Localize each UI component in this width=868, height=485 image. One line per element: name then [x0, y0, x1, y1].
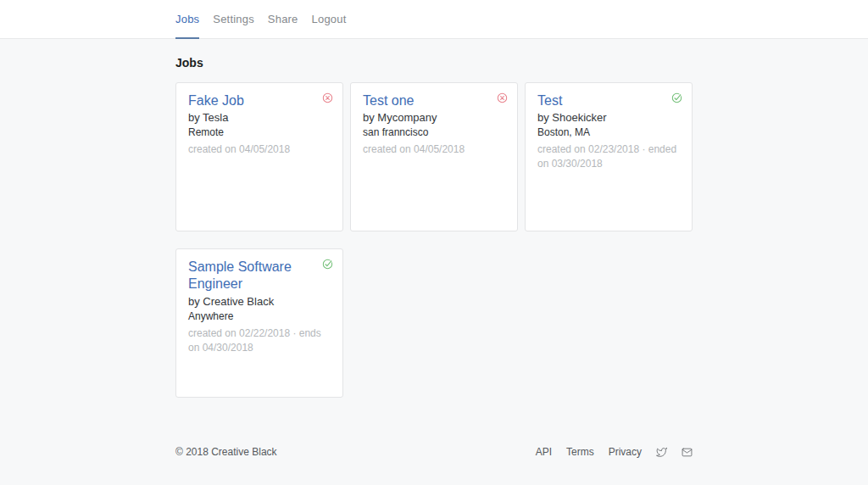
- job-card: Test by Shoekicker Boston, MA created on…: [525, 82, 693, 231]
- job-title-link[interactable]: Sample Software Engineer: [188, 259, 331, 293]
- circle-check-icon[interactable]: [322, 259, 333, 270]
- job-card-grid: Fake Job by Tesla Remote created on 04/0…: [175, 82, 693, 398]
- main-content: Jobs Fake Job by Tesla Remote created on…: [175, 39, 693, 398]
- top-nav: Jobs Settings Share Logout: [175, 0, 693, 38]
- job-company: by Shoekicker: [537, 111, 680, 124]
- job-company: by Tesla: [188, 111, 331, 124]
- circle-x-icon[interactable]: [497, 92, 508, 103]
- job-card: Sample Software Engineer by Creative Bla…: [175, 248, 343, 398]
- footer-link-terms[interactable]: Terms: [566, 446, 594, 458]
- footer-link-privacy[interactable]: Privacy: [609, 446, 642, 458]
- email-icon[interactable]: [682, 447, 693, 458]
- job-title-link[interactable]: Test one: [363, 92, 505, 109]
- top-nav-bar: Jobs Settings Share Logout: [0, 0, 868, 39]
- job-location: Boston, MA: [537, 126, 680, 138]
- job-location: Anywhere: [188, 310, 331, 322]
- twitter-icon[interactable]: [656, 447, 667, 458]
- footer-link-api[interactable]: API: [536, 446, 552, 458]
- job-company: by Mycompany: [363, 111, 505, 124]
- circle-check-icon[interactable]: [671, 92, 682, 103]
- job-company: by Creative Black: [188, 295, 331, 308]
- job-title-link[interactable]: Test: [537, 92, 680, 109]
- job-dates: created on 02/22/2018 · ends on 04/30/20…: [188, 326, 331, 355]
- job-location: san franncisco: [363, 126, 505, 138]
- footer-links: API Terms Privacy: [536, 446, 693, 458]
- nav-item-settings[interactable]: Settings: [213, 0, 254, 38]
- job-card: Fake Job by Tesla Remote created on 04/0…: [175, 82, 343, 231]
- page-title: Jobs: [175, 39, 693, 82]
- nav-item-jobs[interactable]: Jobs: [175, 0, 199, 38]
- footer: © 2018 Creative Black API Terms Privacy: [175, 446, 693, 458]
- job-location: Remote: [188, 126, 331, 138]
- job-dates: created on 04/05/2018: [363, 142, 505, 157]
- circle-x-icon[interactable]: [322, 92, 333, 103]
- copyright-text: © 2018 Creative Black: [175, 446, 277, 458]
- job-title-link[interactable]: Fake Job: [188, 92, 331, 109]
- job-card: Test one by Mycompany san franncisco cre…: [350, 82, 518, 231]
- nav-item-logout[interactable]: Logout: [312, 0, 347, 38]
- job-dates: created on 04/05/2018: [188, 142, 331, 157]
- job-dates: created on 02/23/2018 · ended on 03/30/2…: [537, 142, 680, 171]
- nav-item-share[interactable]: Share: [268, 0, 298, 38]
